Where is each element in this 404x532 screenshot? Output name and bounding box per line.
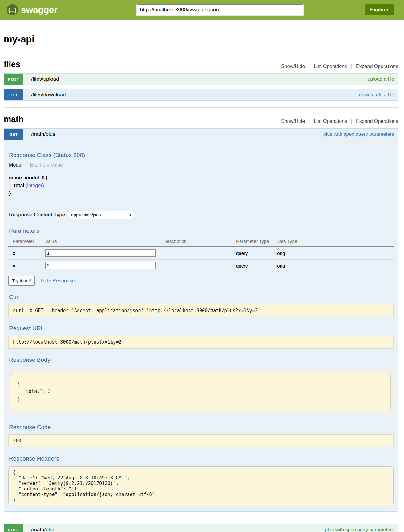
- operation-row-get-math-plus[interactable]: GET /math/plus plus with spec query para…: [4, 128, 398, 140]
- response-content-type-select[interactable]: application/json ▲▼: [68, 211, 134, 219]
- files-section-title[interactable]: files: [4, 60, 20, 69]
- response-body-heading: Response Body: [9, 357, 393, 363]
- selected-content-type: application/json: [71, 212, 101, 217]
- post-method-badge: POST: [4, 74, 23, 85]
- parameter-type: query: [236, 251, 276, 256]
- list-operations-link[interactable]: List Operations: [309, 119, 351, 124]
- parameter-name: y: [8, 263, 45, 268]
- parameter-name: x: [8, 251, 45, 256]
- try-it-out-button[interactable]: Try it out!: [8, 276, 35, 286]
- model-property-name: total: [14, 183, 24, 188]
- operation-row-get-files-download[interactable]: GET /files/download downloads a file: [4, 89, 398, 101]
- expand-operations-link[interactable]: Expand Operations: [351, 119, 398, 124]
- operation-summary-link[interactable]: downloads a file: [359, 92, 394, 98]
- json-colon: :: [42, 389, 48, 394]
- operation-summary-link[interactable]: plus with spec query parameters: [323, 131, 394, 137]
- response-body-container: { "total": 3 }: [5, 367, 397, 416]
- json-open-brace: {: [18, 379, 384, 387]
- top-bar: {…} swagger Explore: [0, 0, 404, 20]
- data-type: long: [276, 263, 394, 268]
- get-method-badge: GET: [4, 89, 23, 100]
- json-key: "total": [18, 389, 42, 394]
- math-section-links: Show/Hide List Operations Expand Operati…: [277, 119, 398, 124]
- section-divider: [4, 107, 398, 108]
- swagger-logo-text: swagger: [21, 5, 57, 15]
- operation-row-post-math-plus[interactable]: POST /math/plus plus with spec body para…: [4, 524, 398, 532]
- swagger-logo: {…} swagger: [7, 4, 75, 15]
- col-parameter: Parameter: [8, 239, 45, 244]
- response-content-type-row: Response Content Type application/json ▲…: [9, 211, 393, 219]
- parameters-table-header: Parameter Value Description Parameter Ty…: [8, 237, 394, 247]
- parameter-row-y: y query long: [8, 259, 394, 272]
- parameter-x-input[interactable]: [45, 249, 156, 257]
- operation-expanded-content: Response Class (Status 200) Model Exampl…: [4, 140, 398, 512]
- operation-summary-link[interactable]: plus with spec body parameters: [325, 527, 394, 532]
- parameter-row-x: x query long: [8, 247, 394, 259]
- operation-summary-link[interactable]: upload a file: [368, 76, 394, 82]
- model-signature: inline_model_0 { total (integer) }: [9, 174, 393, 197]
- operation-path-link[interactable]: /math/plus: [31, 131, 55, 137]
- curl-command: curl -X GET --header 'Accept: applicatio…: [8, 304, 394, 317]
- parameter-type: query: [236, 263, 276, 268]
- model-close-brace: }: [9, 189, 393, 197]
- operation-row-post-files-upload[interactable]: POST /files/upload upload a file: [4, 73, 398, 85]
- expand-operations-link[interactable]: Expand Operations: [351, 64, 398, 69]
- try-row: Try it out! Hide Response: [8, 276, 394, 286]
- post-method-badge: POST: [4, 524, 23, 532]
- request-url-value: http://localhost:3000/math/plus?x=1&y=2: [8, 336, 394, 349]
- parameters-heading: Parameters: [9, 228, 393, 234]
- col-data-type: Data Type: [276, 239, 394, 244]
- math-section-title[interactable]: math: [4, 115, 24, 124]
- data-type: long: [276, 251, 394, 256]
- show-hide-link[interactable]: Show/Hide: [277, 119, 309, 124]
- curl-heading: Curl: [9, 294, 393, 300]
- operation-path-link[interactable]: /files/upload: [31, 76, 59, 82]
- json-close-brace: }: [18, 396, 384, 404]
- model-name: inline_model_0 {: [9, 174, 393, 182]
- parameters-table: Parameter Value Description Parameter Ty…: [8, 237, 394, 272]
- response-content-type-label: Response Content Type: [9, 212, 65, 218]
- tab-model[interactable]: Model: [9, 162, 26, 168]
- files-section-header: files Show/Hide List Operations Expand O…: [4, 60, 398, 69]
- json-number-value: 3: [48, 389, 51, 394]
- request-url-heading: Request URL: [9, 325, 393, 332]
- response-code-heading: Response Code: [9, 424, 393, 431]
- operation-path-link[interactable]: /files/download: [31, 92, 66, 98]
- math-section-header: math Show/Hide List Operations Expand Op…: [4, 115, 398, 124]
- page-title: my-api: [4, 34, 398, 45]
- hide-response-link[interactable]: Hide Response: [41, 278, 75, 284]
- response-body-json: { "total": 3 }: [11, 372, 391, 411]
- get-method-badge: GET: [4, 129, 23, 140]
- list-operations-link[interactable]: List Operations: [309, 64, 351, 69]
- swagger-url-input[interactable]: [137, 4, 303, 15]
- col-parameter-type: Parameter Type: [236, 239, 276, 244]
- files-section-links: Show/Hide List Operations Expand Operati…: [277, 64, 398, 69]
- json-total-line: "total": 3: [18, 387, 384, 396]
- swagger-logo-icon: {…}: [7, 4, 18, 15]
- model-property-type: (integer): [26, 183, 44, 188]
- tab-example-value[interactable]: Example Value: [26, 162, 63, 168]
- operation-path-link[interactable]: /math/plus: [31, 527, 55, 532]
- select-arrows-icon: ▲▼: [129, 213, 131, 216]
- col-value: Value: [45, 239, 164, 244]
- model-property: total (integer): [14, 182, 393, 189]
- response-class-heading: Response Class (Status 200): [9, 140, 393, 159]
- parameter-y-input[interactable]: [45, 262, 156, 269]
- show-hide-link[interactable]: Show/Hide: [277, 64, 309, 69]
- response-headers-json: { "date": "Wed, 22 Aug 2018 18:49:13 GMT…: [8, 466, 394, 506]
- response-headers-heading: Response Headers: [9, 455, 393, 462]
- response-class-tabs: Model Example Value: [9, 162, 393, 168]
- response-code-value: 200: [8, 434, 394, 447]
- explore-button[interactable]: Explore: [365, 4, 394, 15]
- col-description: Description: [164, 239, 236, 244]
